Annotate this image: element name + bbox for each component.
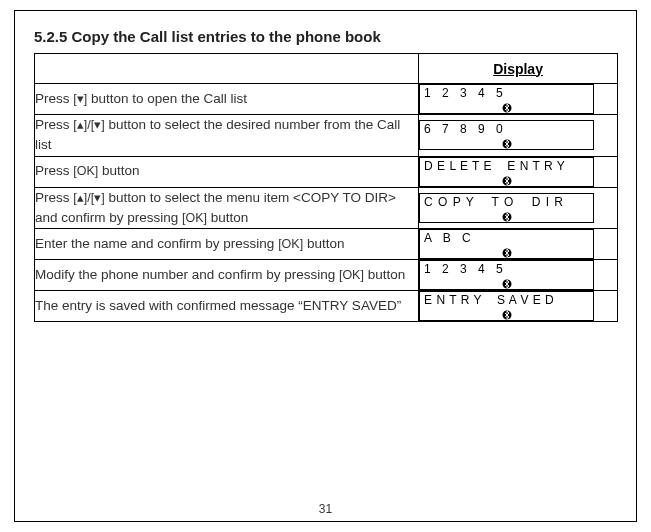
display-cell: D E L E T E E N T R Y [419,156,618,187]
lcd-display: E N T R Y S A V E D [419,291,594,321]
lcd-text: 6 7 8 9 0 [424,122,507,136]
lcd-text: D E L E T E E N T R Y [424,159,565,173]
bluetooth-icon [502,248,512,258]
lcd-text: 1 2 3 4 5 [424,262,507,276]
lcd-display: D E L E T E E N T R Y [419,157,594,187]
display-cell: E N T R Y S A V E D [419,291,618,322]
display-cell: 1 2 3 4 5 [419,84,618,115]
lcd-display: 1 2 3 4 5 [419,260,594,290]
lcd-text: A B C [424,231,475,245]
display-cell: C O P Y T O D I R [419,187,618,229]
lcd-display: C O P Y T O D I R [419,193,594,223]
page-number: 31 [0,502,651,516]
lcd-text: C O P Y T O D I R [424,195,564,209]
lcd-text: 1 2 3 4 5 [424,86,507,100]
bluetooth-icon [502,279,512,289]
bluetooth-icon [502,212,512,222]
bluetooth-icon [502,103,512,113]
lcd-display: 6 7 8 9 0 [419,120,594,150]
bluetooth-icon [502,310,512,320]
bluetooth-icon [502,139,512,149]
display-cell: A B C [419,229,618,260]
lcd-display: A B C [419,229,594,259]
display-cell: 1 2 3 4 5 [419,260,618,291]
display-cell: 6 7 8 9 0 [419,115,618,157]
bluetooth-icon [502,176,512,186]
lcd-display: 1 2 3 4 5 [419,84,594,114]
lcd-text: E N T R Y S A V E D [424,293,554,307]
